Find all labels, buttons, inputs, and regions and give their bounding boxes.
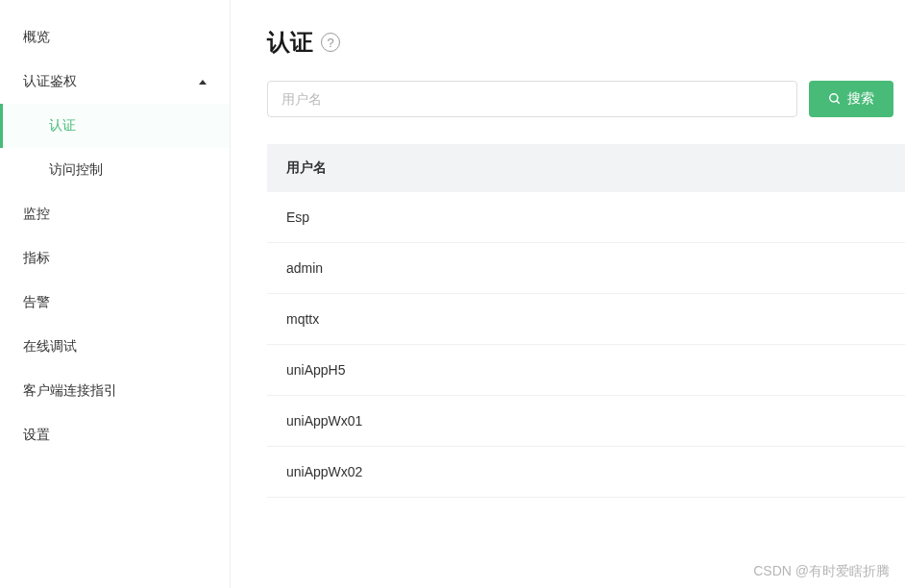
caret-up-icon — [199, 80, 207, 85]
sidebar-item-label: 告警 — [23, 294, 50, 311]
svg-line-1 — [837, 101, 840, 104]
sidebar-subitem-authentication[interactable]: 认证 — [0, 104, 230, 148]
table-cell: uniAppWx01 — [286, 413, 362, 429]
table-cell: Esp — [286, 209, 309, 225]
user-table: 用户名 Esp admin mqttx uniAppH5 uniAppWx01 … — [267, 144, 905, 498]
main-content: 认证 ? 搜索 用户名 Esp admin — [231, 0, 905, 588]
sidebar-item-alerts[interactable]: 告警 — [0, 281, 230, 325]
sidebar-item-overview[interactable]: 概览 — [0, 15, 230, 60]
sidebar-item-label: 认证 — [49, 117, 76, 133]
search-button[interactable]: 搜索 — [809, 81, 893, 117]
sidebar-item-label: 概览 — [23, 29, 50, 46]
search-row: 搜索 — [267, 81, 905, 117]
sidebar-item-settings[interactable]: 设置 — [0, 413, 230, 457]
search-button-label: 搜索 — [847, 90, 874, 108]
table-header-label: 用户名 — [286, 159, 327, 175]
sidebar-item-label: 设置 — [23, 427, 50, 444]
table-header: 用户名 — [267, 144, 905, 192]
page-title-row: 认证 ? — [267, 27, 905, 58]
sidebar: 概览 认证鉴权 认证 访问控制 监控 指标 告警 在线调试 客户端连接指引 设置 — [0, 0, 231, 588]
svg-point-0 — [830, 94, 838, 102]
table-cell: admin — [286, 260, 323, 276]
table-cell: uniAppWx02 — [286, 464, 362, 479]
sidebar-item-metrics[interactable]: 指标 — [0, 236, 230, 281]
search-input[interactable] — [267, 81, 797, 117]
sidebar-item-label: 指标 — [23, 250, 50, 267]
table-row[interactable]: mqttx — [267, 294, 905, 345]
table-cell: mqttx — [286, 311, 319, 327]
sidebar-item-auth[interactable]: 认证鉴权 — [0, 60, 230, 104]
sidebar-item-label: 在线调试 — [23, 338, 77, 355]
sidebar-item-label: 访问控制 — [49, 161, 103, 177]
table-row[interactable]: uniAppWx01 — [267, 396, 905, 447]
help-icon[interactable]: ? — [321, 33, 340, 52]
sidebar-item-monitor[interactable]: 监控 — [0, 192, 230, 236]
sidebar-subitem-access-control[interactable]: 访问控制 — [0, 148, 230, 192]
table-cell: uniAppH5 — [286, 362, 346, 378]
sidebar-item-client-guide[interactable]: 客户端连接指引 — [0, 369, 230, 413]
sidebar-item-online-debug[interactable]: 在线调试 — [0, 325, 230, 369]
sidebar-item-label: 认证鉴权 — [23, 73, 77, 90]
sidebar-item-label: 监控 — [23, 206, 50, 223]
table-row[interactable]: admin — [267, 243, 905, 294]
table-row[interactable]: Esp — [267, 192, 905, 243]
table-row[interactable]: uniAppH5 — [267, 345, 905, 396]
sidebar-item-label: 客户端连接指引 — [23, 382, 117, 400]
table-row[interactable]: uniAppWx02 — [267, 447, 905, 498]
search-icon — [828, 92, 842, 106]
page-title: 认证 — [267, 27, 313, 58]
